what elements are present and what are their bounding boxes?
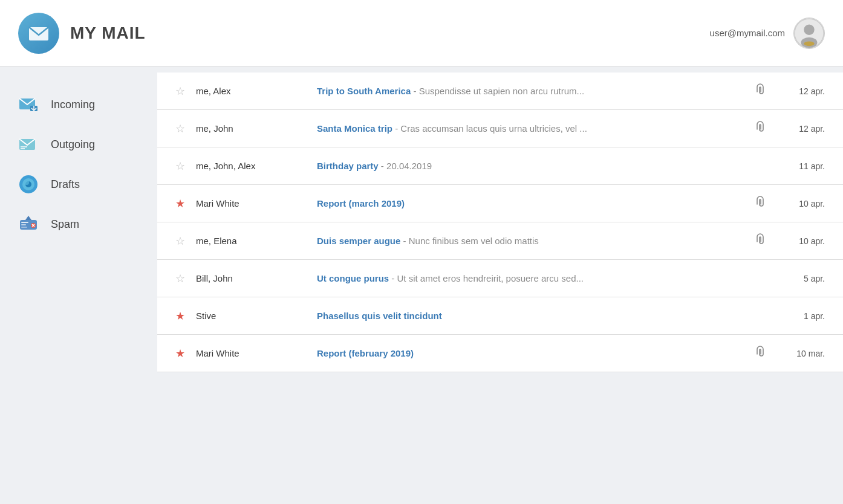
sender: Mari White xyxy=(196,348,317,358)
subject-text: Ut congue purus xyxy=(317,273,389,283)
avatar[interactable] xyxy=(793,18,825,49)
subject-text: Phasellus quis velit tincidunt xyxy=(317,311,442,321)
date: 11 apr. xyxy=(770,161,825,171)
outgoing-icon xyxy=(17,133,40,156)
main-layout: Incoming Outgoing xyxy=(0,66,843,504)
attachment-icon xyxy=(750,121,770,136)
logo-icon xyxy=(18,13,59,54)
sidebar: Incoming Outgoing xyxy=(0,66,157,504)
email-row[interactable]: ☆me, JohnSanta Monica trip - Cras accums… xyxy=(157,110,843,147)
subject-preview: - Nunc finibus sem vel odio mattis xyxy=(400,236,538,246)
date: 10 apr. xyxy=(770,199,825,208)
sender: me, John, Alex xyxy=(196,161,317,171)
subject-col: Duis semper augue - Nunc finibus sem vel… xyxy=(317,236,750,246)
sender: me, Elena xyxy=(196,236,317,246)
subject-preview: - Ut sit amet eros hendreirit, posuere a… xyxy=(389,273,584,283)
subject-col: Birthday party - 20.04.2019 xyxy=(317,161,750,171)
subject-preview: - 20.04.2019 xyxy=(379,161,432,171)
subject-col: Santa Monica trip - Cras accumsan lacus … xyxy=(317,123,750,134)
sidebar-item-outgoing[interactable]: Outgoing xyxy=(0,124,157,164)
sidebar-item-incoming[interactable]: Incoming xyxy=(0,85,157,124)
email-list: ☆me, AlexTrip to South America - Suspend… xyxy=(157,66,843,504)
svg-rect-18 xyxy=(21,222,28,223)
sidebar-item-spam[interactable]: Spam xyxy=(0,204,157,244)
subject-col: Report (february 2019) xyxy=(317,348,750,358)
date: 10 mar. xyxy=(770,349,825,358)
email-row[interactable]: ★Mari WhiteReport (march 2019)10 apr. xyxy=(157,185,843,222)
header: MY MAIL user@mymail.com xyxy=(0,0,843,66)
star-icon[interactable]: ★ xyxy=(175,347,185,360)
date: 10 apr. xyxy=(770,236,825,246)
subject-text: Report (march 2019) xyxy=(317,198,405,208)
sender: Stive xyxy=(196,311,317,321)
email-row[interactable]: ★StivePhasellus quis velit tincidunt1 ap… xyxy=(157,297,843,335)
header-right: user@mymail.com xyxy=(710,18,825,49)
subject-text: Birthday party xyxy=(317,161,379,171)
date: 12 apr. xyxy=(770,86,825,96)
svg-rect-19 xyxy=(21,224,26,225)
star-col: ☆ xyxy=(175,272,196,285)
date: 1 apr. xyxy=(770,311,825,321)
spam-icon xyxy=(17,213,40,236)
email-row[interactable]: ☆me, John, AlexBirthday party - 20.04.20… xyxy=(157,147,843,185)
subject-text: Duis semper augue xyxy=(317,236,400,246)
star-col: ★ xyxy=(175,197,196,210)
attachment-icon xyxy=(750,233,770,248)
user-email: user@mymail.com xyxy=(710,28,785,38)
star-icon[interactable]: ★ xyxy=(175,310,185,322)
sidebar-label-drafts: Drafts xyxy=(51,178,80,191)
sidebar-item-drafts[interactable]: Drafts xyxy=(0,164,157,204)
star-col: ★ xyxy=(175,309,196,323)
star-col: ☆ xyxy=(175,160,196,173)
star-icon[interactable]: ★ xyxy=(175,198,185,210)
star-icon[interactable]: ☆ xyxy=(175,235,185,247)
star-col: ☆ xyxy=(175,122,196,135)
email-row[interactable]: ☆me, ElenaDuis semper augue - Nunc finib… xyxy=(157,222,843,260)
star-icon[interactable]: ☆ xyxy=(175,160,185,172)
subject-col: Phasellus quis velit tincidunt xyxy=(317,311,750,321)
sidebar-label-spam: Spam xyxy=(51,218,79,231)
star-col: ★ xyxy=(175,347,196,360)
subject-text: Santa Monica trip xyxy=(317,123,392,134)
subject-text: Report (february 2019) xyxy=(317,348,414,358)
attachment-icon xyxy=(750,196,770,211)
app-title: MY MAIL xyxy=(70,24,146,43)
star-icon[interactable]: ☆ xyxy=(175,273,185,285)
svg-point-15 xyxy=(24,180,29,185)
email-row[interactable]: ★Mari WhiteReport (february 2019)10 mar. xyxy=(157,335,843,372)
subject-col: Trip to South America - Suspendisse ut s… xyxy=(317,86,750,96)
incoming-icon xyxy=(17,93,40,116)
drafts-icon xyxy=(17,173,40,196)
subject-col: Ut congue purus - Ut sit amet eros hendr… xyxy=(317,273,750,283)
subject-preview: - Suspendisse ut sapien non arcu rutrum.… xyxy=(411,86,584,96)
star-icon[interactable]: ☆ xyxy=(175,123,185,135)
attachment-icon xyxy=(750,346,770,361)
sender: me, John xyxy=(196,123,317,134)
sidebar-label-incoming: Incoming xyxy=(51,99,95,111)
attachment-icon xyxy=(750,83,770,99)
subject-col: Report (march 2019) xyxy=(317,198,750,208)
star-col: ☆ xyxy=(175,234,196,248)
svg-marker-17 xyxy=(25,216,31,220)
star-col: ☆ xyxy=(175,85,196,98)
email-row[interactable]: ☆me, AlexTrip to South America - Suspend… xyxy=(157,73,843,110)
email-row[interactable]: ☆Bill, JohnUt congue purus - Ut sit amet… xyxy=(157,260,843,297)
sidebar-label-outgoing: Outgoing xyxy=(51,138,95,151)
date: 5 apr. xyxy=(770,274,825,283)
date: 12 apr. xyxy=(770,124,825,134)
svg-point-2 xyxy=(804,24,814,34)
subject-preview: - Cras accumsan lacus quis urna ultricie… xyxy=(392,123,587,134)
svg-rect-20 xyxy=(21,227,27,228)
subject-text: Trip to South America xyxy=(317,86,411,96)
star-icon[interactable]: ☆ xyxy=(175,85,185,97)
sender: Bill, John xyxy=(196,273,317,283)
svg-point-4 xyxy=(804,41,814,46)
sender: me, Alex xyxy=(196,86,317,96)
sender: Mari White xyxy=(196,198,317,208)
